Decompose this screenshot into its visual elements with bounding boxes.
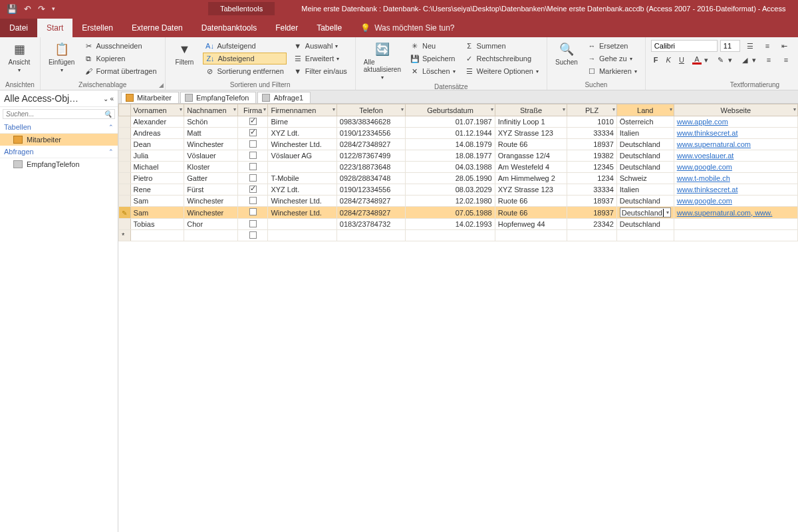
row-selector[interactable]: * bbox=[119, 230, 131, 241]
paste-button[interactable]: 📋 Einfügen ▾ bbox=[46, 40, 77, 74]
dropdown-icon[interactable]: ▾ bbox=[263, 106, 266, 112]
cell-land[interactable]: Deutschland bbox=[616, 162, 674, 173]
delete-record-button[interactable]: ✕Löschen▾ bbox=[408, 65, 458, 77]
cell-vornamen[interactable]: Rene bbox=[130, 184, 184, 196]
dropdown-icon[interactable]: ▾ bbox=[332, 106, 335, 112]
cell-geburtsdatum[interactable]: 18.08.1977 bbox=[406, 150, 495, 162]
cell-plz[interactable]: 18937 bbox=[567, 196, 616, 207]
cell-land[interactable]: Deutschland bbox=[616, 139, 674, 150]
nav-section-tabellen[interactable]: Tabellen ⌃ bbox=[0, 121, 118, 134]
dropdown-icon[interactable]: ▾ bbox=[233, 106, 236, 112]
col-firma[interactable]: Firma▾ bbox=[237, 104, 268, 116]
cell-geburtsdatum[interactable]: 12.02.1980 bbox=[406, 196, 495, 207]
table-row[interactable]: AndreasMattXYZ Ldt.0190/1233455601.12.19… bbox=[119, 128, 798, 139]
website-link[interactable]: www.google.com bbox=[677, 197, 732, 205]
cell-plz[interactable]: 18937 bbox=[567, 139, 616, 150]
checkbox[interactable] bbox=[249, 163, 257, 170]
cell-plz[interactable]: 33334 bbox=[567, 184, 616, 196]
format-painter-button[interactable]: 🖌Format übertragen bbox=[81, 65, 159, 77]
qat-customize-icon[interactable]: ▾ bbox=[52, 5, 55, 12]
cell-telefon[interactable]: 0284/27348927 bbox=[336, 207, 405, 219]
cell-land[interactable]: Deutschland bbox=[616, 219, 674, 230]
ansicht-button[interactable]: ▦ Ansicht ▾ bbox=[5, 40, 33, 74]
cell-telefon[interactable]: 0223/18873648 bbox=[336, 162, 405, 173]
col-strasse[interactable]: Straße▾ bbox=[495, 104, 567, 116]
cell-land-editing[interactable]: Deutschland▾ bbox=[616, 207, 674, 219]
cell-land[interactable]: Deutschland bbox=[616, 196, 674, 207]
checkbox[interactable] bbox=[249, 208, 257, 215]
cell-firmennamen[interactable] bbox=[268, 162, 336, 173]
cell-land[interactable]: Italien bbox=[616, 128, 674, 139]
website-link[interactable]: www.supernatural.com bbox=[677, 140, 751, 148]
cut-button[interactable]: ✂Ausschneiden bbox=[81, 40, 159, 52]
cell-firma[interactable] bbox=[237, 116, 268, 128]
tab-start[interactable]: Start bbox=[37, 19, 72, 37]
align-left-button[interactable]: ≡ bbox=[761, 54, 776, 66]
cell-firma[interactable] bbox=[237, 219, 268, 230]
nav-header[interactable]: Alle Access-Obj… ⌄ « bbox=[0, 90, 118, 107]
cell-telefon[interactable]: 0928/28834748 bbox=[336, 173, 405, 184]
checkbox[interactable] bbox=[249, 174, 257, 182]
cell-strasse[interactable]: Am Westefeld 4 bbox=[495, 162, 567, 173]
save-icon[interactable]: 💾 bbox=[7, 4, 17, 14]
cell-webseite[interactable]: www.t-mobile.ch bbox=[674, 173, 797, 184]
cell-geburtsdatum[interactable]: 07.05.1988 bbox=[406, 207, 495, 219]
tab-externe-daten[interactable]: Externe Daten bbox=[122, 19, 192, 37]
table-row[interactable]: SamWinchesterWinchester Ltd.0284/2734892… bbox=[119, 196, 798, 207]
cell-geburtsdatum[interactable]: 08.03.2029 bbox=[406, 184, 495, 196]
cell-firma[interactable] bbox=[237, 196, 268, 207]
align-center-button[interactable]: ≡ bbox=[779, 54, 793, 66]
table-row[interactable]: AlexanderSchönBirne0983/3834662801.07.19… bbox=[119, 116, 798, 128]
website-link[interactable]: www.thinksecret.at bbox=[677, 129, 738, 137]
table-row[interactable]: JuliaVöslauerVöslauer AG0122/8736749918.… bbox=[119, 150, 798, 162]
more-options-button[interactable]: ☰Weitere Optionen▾ bbox=[462, 65, 541, 77]
cell-firmennamen[interactable]: Birne bbox=[268, 116, 336, 128]
dropdown-icon[interactable]: ▾ bbox=[563, 106, 565, 112]
cell-firmennamen[interactable]: Winchester Ltd. bbox=[268, 207, 336, 219]
website-link[interactable]: www.thinksecret.at bbox=[677, 186, 738, 194]
cell-geburtsdatum[interactable]: 14.08.1979 bbox=[406, 139, 495, 150]
col-firmennamen[interactable]: Firmennamen▾ bbox=[268, 104, 336, 116]
refresh-all-button[interactable]: 🔄 Alle aktualisieren ▾ bbox=[361, 40, 404, 82]
search-icon[interactable]: 🔍 bbox=[104, 110, 112, 118]
nav-search-input[interactable] bbox=[6, 110, 104, 118]
cell-webseite[interactable]: www.voeslauer.at bbox=[674, 150, 797, 162]
cell-vornamen[interactable]: Michael bbox=[130, 162, 184, 173]
cell-land[interactable]: Deutschland bbox=[616, 150, 674, 162]
advanced-filter-button[interactable]: ☰Erweitert▾ bbox=[291, 53, 350, 65]
row-selector[interactable] bbox=[119, 116, 131, 128]
cell-telefon[interactable]: 0190/12334556 bbox=[336, 184, 405, 196]
col-plz[interactable]: PLZ▾ bbox=[567, 104, 616, 116]
cell-telefon[interactable]: 0284/27348927 bbox=[336, 196, 405, 207]
cell-plz[interactable]: 18937 bbox=[567, 207, 616, 219]
cell-vornamen[interactable]: Pietro bbox=[130, 173, 184, 184]
font-color-button[interactable]: A▾ bbox=[690, 54, 711, 66]
filter-button[interactable]: ▼ Filtern bbox=[171, 40, 199, 67]
cell-firma[interactable] bbox=[237, 128, 268, 139]
cell-strasse[interactable]: Am Himmelweg 2 bbox=[495, 173, 567, 184]
cell-firmennamen[interactable]: T-Mobile bbox=[268, 173, 336, 184]
website-link[interactable]: www.apple.com bbox=[677, 118, 728, 126]
tab-datenbanktools[interactable]: Datenbanktools bbox=[192, 19, 266, 37]
redo-icon[interactable]: ↷ bbox=[38, 4, 45, 14]
cell-land[interactable]: Österreich bbox=[616, 116, 674, 128]
row-selector[interactable] bbox=[119, 128, 131, 139]
cell-geburtsdatum[interactable]: 28.05.1990 bbox=[406, 173, 495, 184]
dialog-launcher-icon[interactable]: ◢ bbox=[159, 82, 164, 88]
cell-vornamen[interactable]: Andreas bbox=[130, 128, 184, 139]
underline-button[interactable]: U bbox=[676, 54, 687, 66]
remove-sort-button[interactable]: ⊘Sortierung entfernen bbox=[203, 65, 287, 77]
dropdown-icon[interactable]: ▾ bbox=[491, 106, 493, 112]
cell-vornamen[interactable]: Tobias bbox=[130, 219, 184, 230]
indent-left-button[interactable]: ⇤ bbox=[777, 40, 792, 52]
cell-strasse[interactable]: XYZ Strasse 123 bbox=[495, 128, 567, 139]
totals-button[interactable]: ΣSummen bbox=[462, 40, 541, 52]
numbering-button[interactable]: ≡ bbox=[760, 40, 775, 52]
dropdown-icon[interactable]: ▾ bbox=[180, 106, 182, 112]
cell-webseite[interactable]: www.apple.com bbox=[674, 116, 797, 128]
row-selector[interactable] bbox=[119, 219, 131, 230]
font-size-input[interactable] bbox=[720, 40, 740, 52]
table-row[interactable]: ✎SamWinchesterWinchester Ltd.0284/273489… bbox=[119, 207, 798, 219]
row-selector[interactable] bbox=[119, 162, 131, 173]
font-name-input[interactable] bbox=[651, 40, 718, 52]
